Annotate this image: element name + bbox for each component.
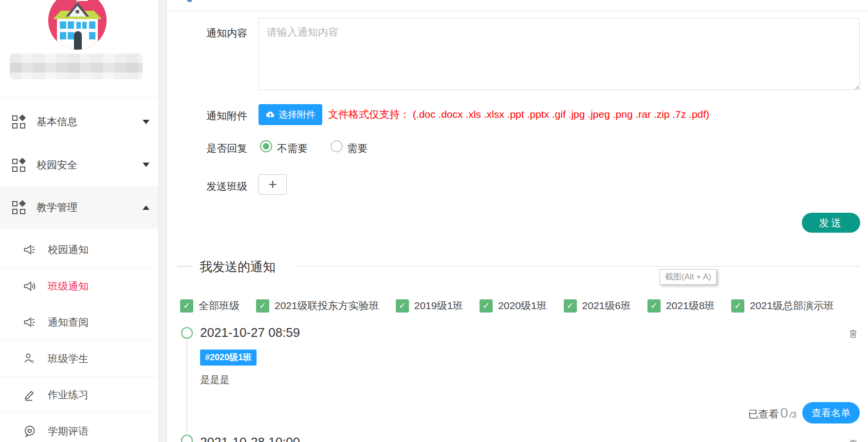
delete-notice-button[interactable] xyxy=(848,328,858,342)
sidebar-item-notice-review[interactable]: 通知查阅 xyxy=(0,304,158,340)
send-class-label: 发送班级 xyxy=(206,180,247,193)
sidebar-item-semester-comments[interactable]: 学期评语 xyxy=(0,413,158,442)
notice-content-text: 是是是 xyxy=(200,373,229,387)
viewed-label: 已查看 xyxy=(748,407,779,421)
class-filter[interactable]: 2021级6班 xyxy=(564,299,631,313)
notice-attachment-label: 通知附件 xyxy=(206,109,247,123)
radio-need-reply-label[interactable]: 需要 xyxy=(347,142,368,155)
sidebar-item-label: 班级学生 xyxy=(48,352,89,366)
logo-pediment-window xyxy=(75,10,79,14)
class-filter-label: 2020级1班 xyxy=(498,299,547,313)
viewed-counter: 已查看 0 /3 xyxy=(748,405,796,421)
class-filter-label: 2019级1班 xyxy=(414,299,463,313)
form-top-divider xyxy=(167,10,868,11)
checkbox-checked-icon[interactable] xyxy=(180,299,193,313)
view-list-button[interactable]: 查看名单 xyxy=(802,402,860,424)
comment-heart-icon xyxy=(23,424,37,438)
trash-icon xyxy=(848,438,858,442)
logo-window xyxy=(89,21,95,29)
notice-content-input[interactable] xyxy=(259,18,860,90)
class-filter[interactable]: 2020级1班 xyxy=(480,299,547,313)
chevron-up-icon[interactable] xyxy=(143,205,149,210)
sidebar-item-label: 班级通知 xyxy=(48,279,89,293)
add-class-button[interactable]: + xyxy=(259,174,287,195)
sidebar-scrollbar[interactable] xyxy=(158,0,167,442)
cloud-upload-icon xyxy=(265,110,276,120)
sidebar-item-campus-notice[interactable]: 校园通知 xyxy=(0,232,158,268)
delete-notice-button[interactable] xyxy=(848,438,858,442)
trash-icon xyxy=(848,328,858,340)
speaker-icon xyxy=(23,279,37,293)
logo-window xyxy=(76,22,81,29)
grid-icon xyxy=(12,201,26,214)
logo-window xyxy=(60,32,66,39)
notice-timestamp: 2021-10-27 08:59 xyxy=(200,325,300,340)
sent-section-title: 我发送的通知 xyxy=(200,258,276,276)
radio-need-reply[interactable] xyxy=(331,140,343,152)
sidebar-item-teaching-mgmt[interactable]: 教学管理 xyxy=(0,186,158,229)
class-filter[interactable]: 2021级总部演示班 xyxy=(731,299,834,313)
sidebar-item-label: 通知查阅 xyxy=(48,315,89,329)
notice-content-label: 通知内容 xyxy=(206,26,247,40)
section-line xyxy=(298,266,860,267)
notice-timestamp: 2021-10-28 10:00 xyxy=(200,435,300,442)
reply-required-label: 是否回复 xyxy=(206,142,247,155)
timeline-dot xyxy=(181,435,193,442)
viewed-total: /3 xyxy=(790,410,796,420)
plus-icon: + xyxy=(268,176,277,193)
sidebar-item-label: 校园安全 xyxy=(37,158,77,172)
main-content: 通知内容 通知附件 选择附件 文件格式仅支持： (.doc .docx .xls… xyxy=(167,0,868,442)
logo-window xyxy=(68,21,74,29)
class-filter-label: 2021级总部演示班 xyxy=(750,299,834,313)
class-filter-label: 全部班级 xyxy=(199,299,240,313)
sidebar-item-class-notice[interactable]: 班级通知 xyxy=(0,268,158,304)
logo-window xyxy=(68,32,74,39)
class-filter[interactable]: 2021级8班 xyxy=(647,299,715,313)
school-name-blurred xyxy=(10,54,143,79)
checkbox-checked-icon[interactable] xyxy=(396,299,409,313)
logo-flag xyxy=(77,0,88,1)
sidebar-divider xyxy=(0,97,158,98)
screenshot-tooltip: 截图(Alt + A) xyxy=(660,269,717,285)
checkbox-checked-icon[interactable] xyxy=(256,299,269,313)
megaphone-icon xyxy=(23,243,37,257)
class-filter[interactable]: 2019级1班 xyxy=(396,299,463,313)
choose-attachment-label: 选择附件 xyxy=(278,109,315,121)
logo-door xyxy=(74,31,82,50)
class-filter-label: 2021级联投东方实验班 xyxy=(275,299,379,313)
checkbox-checked-icon[interactable] xyxy=(647,299,661,313)
chevron-down-icon[interactable] xyxy=(143,163,149,167)
grid-icon xyxy=(12,115,26,129)
radio-no-reply[interactable] xyxy=(260,140,272,152)
choose-attachment-button[interactable]: 选择附件 xyxy=(259,104,322,125)
logo-window xyxy=(82,22,87,29)
sidebar-item-label: 作业练习 xyxy=(48,388,89,402)
sidebar: 基本信息 校园安全 教学管理 校园通知 班级通知 通知查阅 xyxy=(0,0,158,442)
sidebar-item-homework[interactable]: 作业练习 xyxy=(0,377,158,413)
sidebar-item-class-students[interactable]: s 班级学生 xyxy=(0,341,158,377)
chevron-down-icon[interactable] xyxy=(143,120,149,124)
logo-window xyxy=(89,32,95,39)
checkbox-checked-icon[interactable] xyxy=(480,299,493,313)
send-button[interactable]: 发送 xyxy=(802,213,860,233)
cutoff-element xyxy=(187,0,192,2)
class-filters-row: 全部班级 2021级联投东方实验班 2019级1班 2020级1班 2021级6… xyxy=(180,299,834,313)
viewed-count: 0 xyxy=(780,405,788,421)
sidebar-item-label: 教学管理 xyxy=(37,201,77,214)
class-filter[interactable]: 2021级联投东方实验班 xyxy=(256,299,379,313)
timeline-dot xyxy=(181,327,193,339)
file-format-hint: 文件格式仅支持： (.doc .docx .xls .xlsx .ppt .pp… xyxy=(328,108,709,121)
sidebar-item-label: 基本信息 xyxy=(37,115,77,129)
logo-window xyxy=(60,21,66,29)
class-filter[interactable]: 全部班级 xyxy=(180,299,240,313)
school-logo xyxy=(48,0,107,50)
checkbox-checked-icon[interactable] xyxy=(731,299,744,313)
class-filter-label: 2021级8班 xyxy=(666,299,715,313)
section-dash xyxy=(177,266,192,267)
sidebar-item-campus-safety[interactable]: 校园安全 xyxy=(0,144,158,186)
radio-no-reply-label[interactable]: 不需要 xyxy=(277,142,308,155)
sidebar-item-basic-info[interactable]: 基本信息 xyxy=(0,100,158,144)
svg-text:s: s xyxy=(31,358,34,364)
student-icon: s xyxy=(23,352,37,366)
checkbox-checked-icon[interactable] xyxy=(564,299,577,313)
